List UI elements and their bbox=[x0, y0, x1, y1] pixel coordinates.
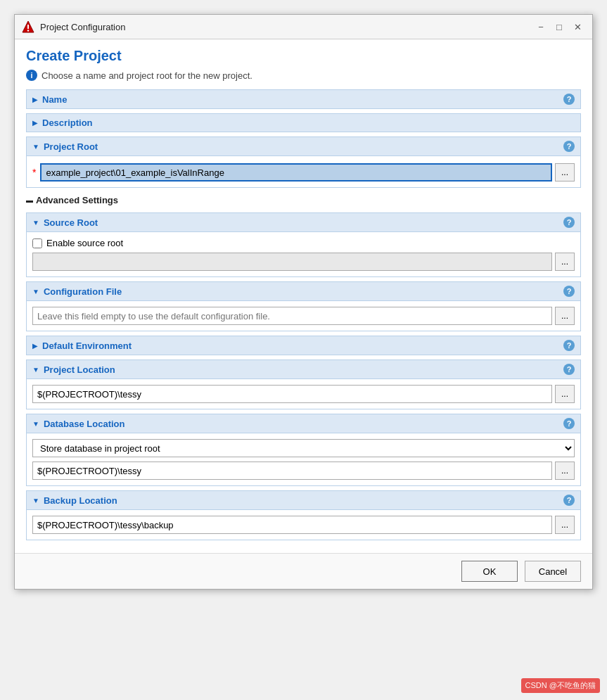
project-root-body: * ... bbox=[26, 156, 581, 188]
dialog-footer: OK Cancel bbox=[15, 553, 592, 589]
source-root-help-icon[interactable]: ? bbox=[563, 217, 575, 228]
app-icon bbox=[22, 20, 34, 33]
source-root-browse-button[interactable]: ... bbox=[555, 253, 575, 271]
dialog-content: Create Project i Choose a name and proje… bbox=[15, 39, 592, 553]
project-location-body: ... bbox=[26, 379, 581, 409]
project-location-input-row: ... bbox=[32, 385, 575, 403]
project-root-input[interactable] bbox=[40, 163, 552, 182]
backup-location-body: ... bbox=[26, 510, 581, 540]
project-location-section-header[interactable]: ▼ Project Location ? bbox=[26, 359, 581, 379]
enable-source-root-label: Enable source root bbox=[46, 238, 123, 248]
config-file-section: ▼ Configuration File ? ... bbox=[26, 281, 581, 331]
project-location-input[interactable] bbox=[32, 385, 552, 403]
project-root-section-header[interactable]: ▼ Project Root ? bbox=[26, 136, 581, 156]
description-section: ▶ Description bbox=[26, 113, 581, 132]
default-env-section-header[interactable]: ▶ Default Environment ? bbox=[26, 336, 581, 355]
source-root-section: ▼ Source Root ? Enable source root ... bbox=[26, 212, 581, 277]
config-file-body: ... bbox=[26, 301, 581, 331]
config-file-browse-button[interactable]: ... bbox=[555, 307, 575, 325]
minimize-button[interactable]: − bbox=[533, 19, 549, 34]
project-root-section: ▼ Project Root ? * ... bbox=[26, 136, 581, 188]
subtitle-text: Choose a name and project root for the n… bbox=[41, 70, 253, 81]
config-file-help-icon[interactable]: ? bbox=[563, 286, 575, 297]
database-location-section: ▼ Database Location ? Store database in … bbox=[26, 414, 581, 486]
project-location-chevron-icon: ▼ bbox=[32, 366, 39, 374]
default-env-help-icon[interactable]: ? bbox=[563, 340, 575, 351]
name-help-icon[interactable]: ? bbox=[563, 94, 575, 105]
default-env-section-label: Default Environment bbox=[42, 341, 132, 351]
source-root-section-label: Source Root bbox=[44, 217, 98, 228]
database-location-select-row: Store database in project root Custom lo… bbox=[32, 439, 575, 457]
database-location-help-icon[interactable]: ? bbox=[563, 418, 575, 429]
project-root-section-label: Project Root bbox=[44, 141, 98, 152]
backup-location-help-icon[interactable]: ? bbox=[563, 495, 575, 506]
project-location-section-label: Project Location bbox=[44, 364, 115, 375]
database-location-section-label: Database Location bbox=[44, 419, 125, 429]
close-button[interactable]: ✕ bbox=[570, 19, 585, 34]
name-section-label: Name bbox=[42, 94, 67, 105]
default-env-chevron-icon: ▶ bbox=[32, 342, 38, 350]
enable-source-root-row: Enable source root bbox=[32, 238, 575, 248]
maximize-button[interactable]: □ bbox=[551, 19, 567, 34]
description-section-label: Description bbox=[42, 117, 93, 128]
backup-location-section: ▼ Backup Location ? ... bbox=[26, 490, 581, 540]
database-location-chevron-icon: ▼ bbox=[32, 420, 39, 428]
project-root-chevron-icon: ▼ bbox=[32, 143, 39, 151]
source-root-input[interactable] bbox=[32, 253, 552, 271]
watermark: CSDN @不吃鱼的猫 bbox=[521, 678, 600, 693]
ok-button[interactable]: OK bbox=[461, 561, 518, 582]
svg-point-2 bbox=[27, 30, 29, 31]
subtitle-row: i Choose a name and project root for the… bbox=[26, 70, 581, 81]
default-env-section: ▶ Default Environment ? bbox=[26, 336, 581, 355]
database-location-body: Store database in project root Custom lo… bbox=[26, 433, 581, 486]
source-root-body: Enable source root ... bbox=[26, 232, 581, 277]
description-section-header[interactable]: ▶ Description bbox=[26, 113, 581, 132]
database-location-input[interactable] bbox=[32, 462, 552, 480]
source-root-chevron-icon: ▼ bbox=[32, 219, 39, 227]
database-location-select[interactable]: Store database in project root Custom lo… bbox=[32, 439, 575, 457]
source-root-section-header[interactable]: ▼ Source Root ? bbox=[26, 212, 581, 232]
advanced-settings-label: Advanced Settings bbox=[36, 195, 118, 205]
backup-location-chevron-icon: ▼ bbox=[32, 497, 39, 504]
backup-location-input-row: ... bbox=[32, 516, 575, 534]
config-file-chevron-icon: ▼ bbox=[32, 288, 39, 295]
source-root-input-row: ... bbox=[32, 253, 575, 271]
backup-location-section-label: Backup Location bbox=[44, 495, 117, 506]
config-file-section-label: Configuration File bbox=[44, 286, 122, 297]
required-star: * bbox=[32, 167, 36, 178]
enable-source-root-checkbox[interactable] bbox=[32, 238, 42, 248]
description-chevron-icon: ▶ bbox=[32, 119, 38, 127]
advanced-settings-header[interactable]: ▬ Advanced Settings bbox=[26, 192, 581, 208]
cancel-button[interactable]: Cancel bbox=[525, 561, 581, 582]
database-location-browse-button[interactable]: ... bbox=[555, 462, 575, 480]
dialog-window: Project Configuration − □ ✕ Create Proje… bbox=[14, 14, 593, 590]
backup-location-input[interactable] bbox=[32, 516, 552, 534]
title-bar-title: Project Configuration bbox=[40, 22, 528, 32]
name-section-header[interactable]: ▶ Name ? bbox=[26, 89, 581, 109]
backup-location-browse-button[interactable]: ... bbox=[555, 516, 575, 534]
name-section: ▶ Name ? bbox=[26, 89, 581, 109]
info-icon: i bbox=[26, 70, 37, 81]
project-root-help-icon[interactable]: ? bbox=[563, 141, 575, 152]
config-file-input[interactable] bbox=[32, 307, 552, 325]
config-file-input-row: ... bbox=[32, 307, 575, 325]
backup-location-section-header[interactable]: ▼ Backup Location ? bbox=[26, 490, 581, 510]
page-title: Create Project bbox=[26, 48, 581, 64]
project-location-section: ▼ Project Location ? ... bbox=[26, 359, 581, 409]
advanced-toggle-icon: ▬ bbox=[26, 196, 33, 204]
config-file-section-header[interactable]: ▼ Configuration File ? bbox=[26, 281, 581, 301]
project-location-help-icon[interactable]: ? bbox=[563, 364, 575, 375]
database-location-input-row: ... bbox=[32, 462, 575, 480]
name-chevron-icon: ▶ bbox=[32, 96, 38, 103]
title-bar: Project Configuration − □ ✕ bbox=[15, 15, 592, 39]
title-bar-controls: − □ ✕ bbox=[533, 19, 585, 34]
project-root-browse-button[interactable]: ... bbox=[555, 163, 575, 182]
project-root-input-row: * ... bbox=[32, 163, 575, 182]
project-location-browse-button[interactable]: ... bbox=[555, 385, 575, 403]
database-location-section-header[interactable]: ▼ Database Location ? bbox=[26, 414, 581, 433]
